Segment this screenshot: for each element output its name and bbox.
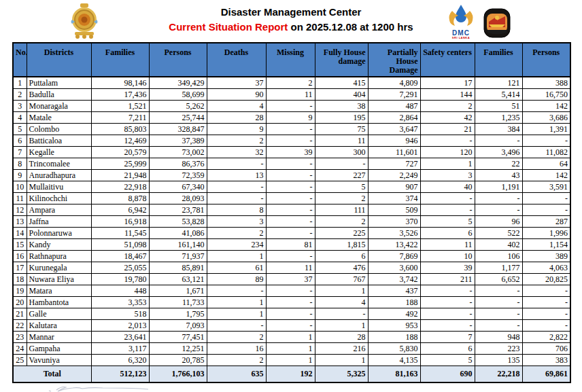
cell-value: - xyxy=(475,320,522,332)
cell-value: 4,135 xyxy=(368,355,420,366)
table-row: 5Colombo85,803328,8479-753,647213841,391 xyxy=(13,124,570,135)
district-name: Matara xyxy=(27,285,91,297)
table-row: 14Polonnaruwa11,54541,0862-2253,52665221… xyxy=(13,228,570,239)
cell-value: 20,825 xyxy=(522,274,570,285)
cell-value: 389 xyxy=(522,251,570,262)
cell-value: 3,353 xyxy=(91,297,149,308)
cell-value: - xyxy=(420,285,475,297)
cell-value: - xyxy=(266,285,315,297)
cell-value: 287 xyxy=(522,216,570,228)
table-row: 17Kurunegala25,05585,89161114763,600391,… xyxy=(13,262,570,274)
district-name: Batticaloa xyxy=(27,135,91,147)
table-row: 1Puttalam98,146349,4293724154,8091712138… xyxy=(13,77,570,89)
cell-value: 51 xyxy=(475,101,522,112)
cell-value: - xyxy=(420,204,475,216)
cell-value: 85,803 xyxy=(91,124,149,135)
cell-value: 6,320 xyxy=(91,355,149,366)
cell-value: 402 xyxy=(475,239,522,251)
district-name: Kalutara xyxy=(27,320,91,332)
cell-value: - xyxy=(266,308,315,320)
row-number: 4 xyxy=(13,112,27,124)
cell-value: 75 xyxy=(315,124,368,135)
cell-value: 2 xyxy=(207,135,266,147)
cell-value: 1,191 xyxy=(475,181,522,193)
district-name: Galle xyxy=(27,308,91,320)
cell-value: 195 xyxy=(315,112,368,124)
cell-value: - xyxy=(420,320,475,332)
cell-value: - xyxy=(266,181,315,193)
total-missing: 192 xyxy=(266,366,315,383)
cell-value: 1 xyxy=(266,343,315,355)
cell-value: 349,429 xyxy=(149,77,207,89)
cell-value: 946 xyxy=(368,135,420,147)
cell-value: 2,864 xyxy=(368,112,420,124)
row-number: 16 xyxy=(13,251,27,262)
cell-value: 3,600 xyxy=(368,262,420,274)
cell-value: 17,436 xyxy=(91,89,149,101)
district-name: Monaragala xyxy=(27,101,91,112)
table-row: 13Jaffna16,91853,8283-2370596287 xyxy=(13,216,570,228)
cell-value: 23,641 xyxy=(91,332,149,343)
cell-value: - xyxy=(522,135,570,147)
cell-value: 1,391 xyxy=(522,124,570,135)
district-name: Jaffna xyxy=(27,216,91,228)
cell-value: 4 xyxy=(315,297,368,308)
cell-value: 3,496 xyxy=(475,147,522,158)
cell-value: 12,251 xyxy=(149,343,207,355)
cell-value: 96 xyxy=(475,216,522,228)
cell-value: 106 xyxy=(475,251,522,262)
cell-value: 38 xyxy=(315,101,368,112)
cell-value: 8 xyxy=(207,204,266,216)
cell-value: 63,121 xyxy=(149,274,207,285)
cell-value: - xyxy=(475,135,522,147)
cell-value: 6 xyxy=(420,343,475,355)
table-row: 9Anuradhapura21,94872,35913-2272,2493431… xyxy=(13,170,570,181)
cell-value: 51,098 xyxy=(91,239,149,251)
cell-value: - xyxy=(420,193,475,204)
cell-value: 25,055 xyxy=(91,262,149,274)
table-row: 7Kegalle20,57973,002323930011,6011203,49… xyxy=(13,147,570,158)
cell-value: 1 xyxy=(315,285,368,297)
cell-value: 2 xyxy=(207,332,266,343)
cell-value: 7,869 xyxy=(368,251,420,262)
cell-value: 227 xyxy=(315,170,368,181)
cell-value: - xyxy=(315,308,368,320)
situation-report-table: No. Districts Families Persons Deaths Mi… xyxy=(12,42,571,383)
table-row: 23Mannar23,64177,451212818879482,822 xyxy=(13,332,570,343)
cell-value: 1,996 xyxy=(522,228,570,239)
total-deaths: 635 xyxy=(207,366,266,383)
cell-value: - xyxy=(475,204,522,216)
cell-value: 42 xyxy=(420,112,475,124)
district-name: Kilinochchi xyxy=(27,193,91,204)
cell-value: 6,652 xyxy=(475,274,522,285)
cell-value: 223 xyxy=(475,343,522,355)
cell-value: - xyxy=(522,308,570,320)
col-header-persons-centers: Persons xyxy=(522,43,570,77)
col-header-deaths: Deaths xyxy=(207,43,266,77)
cell-value: - xyxy=(207,320,266,332)
cell-value: 211 xyxy=(420,274,475,285)
cell-value: 4,809 xyxy=(368,77,420,89)
cell-value: 370 xyxy=(368,216,420,228)
cell-value: 383 xyxy=(522,355,570,366)
row-number: 14 xyxy=(13,228,27,239)
cell-value: 81 xyxy=(266,239,315,251)
cell-value: 71,937 xyxy=(149,251,207,262)
cell-value: 8,878 xyxy=(91,193,149,204)
cell-value: 11,733 xyxy=(149,297,207,308)
cell-value: 90 xyxy=(207,89,266,101)
cell-value: 1 xyxy=(207,297,266,308)
col-header-safety-centers: Safety centers xyxy=(420,43,475,77)
district-name: Anuradhapura xyxy=(27,170,91,181)
cell-value: 37 xyxy=(266,274,315,285)
cell-value: 16 xyxy=(207,343,266,355)
cell-value: 5 xyxy=(420,216,475,228)
cell-value: 3,686 xyxy=(522,112,570,124)
cell-value: 907 xyxy=(368,181,420,193)
cell-value: 2,822 xyxy=(522,332,570,343)
cell-value: 12,469 xyxy=(91,135,149,147)
cell-value: - xyxy=(266,251,315,262)
cell-value: 2,249 xyxy=(368,170,420,181)
total-centers-persons: 69,861 xyxy=(522,366,570,383)
cell-value: 4 xyxy=(207,101,266,112)
